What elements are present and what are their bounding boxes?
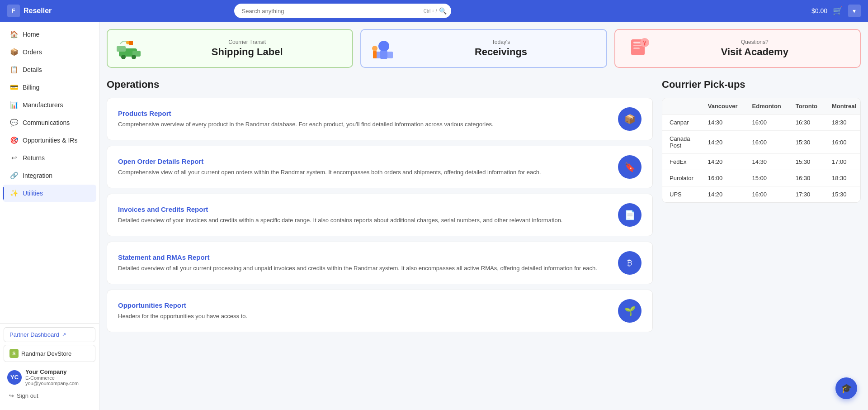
cell-vancouver: 16:00 [701,170,745,186]
ops-text-statement-report: Statement and RMAs ReportDetailed overvi… [118,253,611,273]
ops-desc-invoices-report: Detailed overview of your invoices and c… [118,216,611,225]
external-link-icon: ↗ [62,332,66,338]
col-header-1: Vancouver [701,98,745,114]
ops-card-opportunities-report: Opportunities ReportHeaders for the oppo… [107,290,653,332]
banner-text-academy: Questions?Visit Academy [659,39,851,58]
banner-subtitle-academy: Questions? [659,39,851,45]
sidebar-item-communications[interactable]: 💬Communications [3,114,96,131]
banner-card-receivings[interactable]: Today'sReceivings [360,29,607,68]
ops-desc-products-report: Comprehensive overview of every product … [118,120,611,129]
ops-title-products-report[interactable]: Products Report [118,110,611,117]
user-info: YC Your Company E-Commerce you@yourcompa… [4,366,95,389]
sidebar-item-utilities[interactable]: ✨Utilities [3,185,96,202]
table-row: Purolator16:0015:0016:3018:30 [662,170,861,186]
sidebar-label-manufacturers: Manufacturers [23,101,63,109]
banner-text-shipping: Courrier TransitShipping Label [151,39,343,58]
courier-pickups-section: Courrier Pick-ups VancouverEdmontonToron… [662,79,861,332]
user-email: you@yourcompany.com [25,381,92,386]
sidebar-item-integration[interactable]: 🔗Integration [3,167,96,184]
cart-icon[interactable]: 🛒 [833,6,843,16]
two-col-layout: Operations Products ReportComprehensive … [107,79,861,332]
ops-title-open-order-report[interactable]: Open Order Details Report [118,157,611,165]
logo: F Reseller [7,5,52,17]
sidebar-label-opportunities: Opportunities & IRs [23,137,77,144]
sidebar-label-returns: Returns [23,154,45,162]
operations-title: Operations [107,79,653,91]
header-right: $0.00 🛒 ▾ [811,5,861,17]
logo-text: Reseller [24,7,52,15]
col-header-0 [662,98,701,114]
svg-point-17 [640,38,649,47]
sidebar-item-billing[interactable]: 💳Billing [3,79,96,96]
svg-rect-6 [129,41,133,45]
partner-dashboard-label: Partner Dashboard [9,331,59,338]
banner-cards: Courrier TransitShipping LabelToday'sRec… [107,29,861,68]
cell-toronto: 15:30 [788,154,825,170]
banner-title-receivings: Receivings [405,46,597,58]
sidebar-label-integration: Integration [23,172,52,179]
user-dropdown-button[interactable]: ▾ [848,5,861,17]
ops-title-opportunities-report[interactable]: Opportunities Report [118,301,611,309]
banner-card-academy[interactable]: Questions?Visit Academy [614,29,861,68]
search-input[interactable] [234,4,451,18]
ops-desc-open-order-report: Comprehensive view of all your current o… [118,168,611,177]
col-header-4: Montreal [825,98,861,114]
academy-fab-button[interactable]: 🎓 [835,377,857,399]
banner-card-shipping[interactable]: Courrier TransitShipping Label [107,29,353,68]
ops-title-statement-report[interactable]: Statement and RMAs Report [118,253,611,261]
sidebar-label-communications: Communications [23,119,70,126]
sidebar-label-details: Details [23,66,42,73]
banner-text-receivings: Today'sReceivings [405,39,597,58]
active-indicator [3,187,4,200]
cell-edmonton: 16:00 [745,131,788,154]
ops-btn-open-order-report[interactable]: 🔖 [618,155,642,179]
cell-montreal: 18:30 [825,114,861,131]
receivings-illustration [370,37,397,60]
ops-title-invoices-report[interactable]: Invoices and Credits Report [118,205,611,213]
main-content: Courrier TransitShipping LabelToday'sRec… [99,22,868,410]
sidebar-item-opportunities[interactable]: 🎯Opportunities & IRs [3,132,96,149]
signout-label: Sign out [17,392,38,399]
svg-rect-8 [380,51,387,59]
logo-icon: F [7,5,20,17]
cell-carrier: Canada Post [662,131,701,154]
sidebar-item-home[interactable]: 🏠Home [3,26,96,43]
ops-desc-statement-report: Detailed overview of all your current pr… [118,264,611,273]
cart-amount: $0.00 [811,7,827,14]
sidebar-item-orders[interactable]: 📦Orders [3,43,96,61]
returns-icon: ↩ [10,154,18,162]
svg-rect-16 [633,48,640,49]
user-details: Your Company E-Commerce you@yourcompany.… [25,368,92,386]
home-icon: 🏠 [10,30,18,38]
user-type: E-Commerce [25,375,92,381]
utilities-icon: ✨ [10,189,18,197]
cell-montreal: 16:00 [825,131,861,154]
svg-point-11 [372,46,377,51]
pickups-table-wrapper: VancouverEdmontonTorontoMontrealCanpar14… [662,98,861,203]
ops-btn-opportunities-report[interactable]: 🌱 [618,299,642,323]
signout-button[interactable]: ↪ Sign out [4,389,95,403]
cell-toronto: 16:30 [788,170,825,186]
ops-btn-statement-report[interactable]: ₿ [618,251,642,275]
col-header-3: Toronto [788,98,825,114]
ops-text-opportunities-report: Opportunities ReportHeaders for the oppo… [118,301,611,321]
user-company: Your Company [25,368,92,375]
randmar-store-button[interactable]: S Randmar DevStore [4,345,95,362]
sidebar-item-details[interactable]: 📋Details [3,61,96,78]
ops-btn-products-report[interactable]: 📦 [618,107,642,131]
shipping-illustration [117,37,144,60]
sidebar: 🏠Home📦Orders📋Details💳Billing📊Manufacture… [0,22,99,410]
search-shortcut: Ctrl + / [424,9,437,14]
sidebar-item-manufacturers[interactable]: 📊Manufacturers [3,96,96,114]
table-row: Canada Post14:2016:0015:3016:00 [662,131,861,154]
partner-dashboard-button[interactable]: Partner Dashboard ↗ [4,327,95,342]
sidebar-item-returns[interactable]: ↩Returns [3,149,96,167]
banner-subtitle-receivings: Today's [405,39,597,45]
avatar: YC [7,370,22,385]
ops-btn-invoices-report[interactable]: 📄 [618,203,642,227]
table-row: UPS14:2016:0017:3015:30 [662,186,861,203]
signout-icon: ↪ [9,392,14,399]
ops-text-invoices-report: Invoices and Credits ReportDetailed over… [118,205,611,225]
svg-point-7 [378,41,389,52]
banner-title-shipping: Shipping Label [151,46,343,58]
